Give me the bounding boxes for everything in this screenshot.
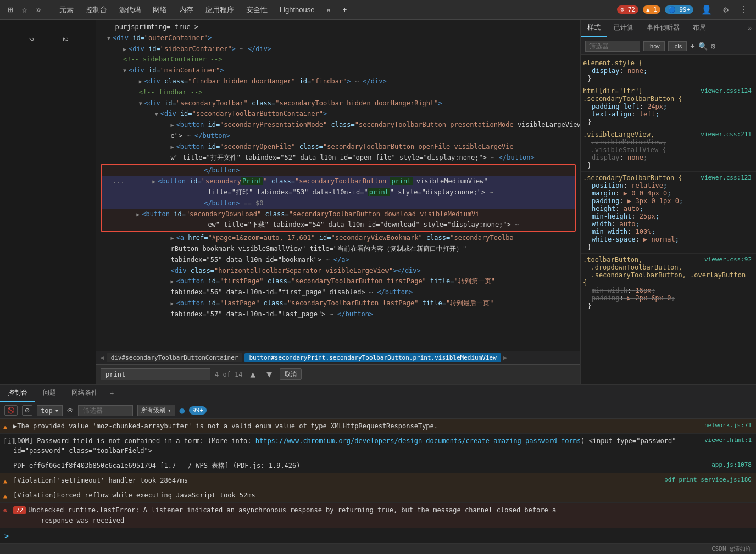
search-prev-icon[interactable]: ▲: [247, 367, 259, 382]
sidebar-label-4[interactable]: 3: [0, 35, 3, 43]
code-line-download: <button id="secondaryDownload" class="se…: [102, 209, 575, 231]
console-messages[interactable]: ▲ ▶The provided value 'moz-chunked-array…: [0, 419, 756, 528]
css-source-link[interactable]: viewer.css:123: [701, 174, 752, 182]
breadcrumb-button[interactable]: button#secondaryPrint.secondaryToolbarBu…: [244, 353, 501, 362]
html-content[interactable]: purjsprimting= true > <div id="outerCont…: [96, 20, 580, 351]
css-sub-selector: .visibleSmallView {: [583, 146, 666, 154]
nav-console[interactable]: 控制台: [80, 3, 113, 17]
nav-more[interactable]: »: [321, 3, 336, 16]
settings-icon[interactable]: ⚙: [720, 2, 732, 17]
nav-network[interactable]: 网络: [147, 3, 173, 17]
tab-issues[interactable]: 问题: [35, 385, 64, 402]
search-count: 4 of 14: [215, 371, 243, 378]
console-filter-input[interactable]: [78, 405, 133, 416]
context-selector[interactable]: top ▾: [37, 405, 63, 416]
cls-button[interactable]: .cls: [668, 41, 687, 51]
right-tabs: 样式 已计算 事件侦听器 布局 »: [581, 20, 756, 37]
more-options-icon[interactable]: ⋮: [736, 2, 752, 17]
nav-lighthouse[interactable]: Lighthouse: [274, 3, 320, 16]
css-prop: min-height: 25px;: [583, 212, 659, 220]
clear-console-button[interactable]: 🚫: [4, 405, 18, 416]
console-message-error: ⊗ 72Unchecked runtime.lastError: A liste…: [0, 503, 756, 528]
dot-icon: ●: [180, 405, 185, 416]
css-sub-selector: .secondaryToolbarButton {: [583, 95, 682, 103]
search-cancel-button[interactable]: 取消: [280, 368, 302, 380]
level-selector[interactable]: 所有级别 ▾: [137, 405, 175, 416]
code-line-button-selected: </button> == $0: [102, 198, 575, 209]
css-source-link[interactable]: viewer.css:92: [704, 256, 752, 264]
tab-layout[interactable]: 布局: [686, 20, 713, 37]
breadcrumb-container[interactable]: div#secondaryToolbarButtonContainer: [107, 353, 243, 362]
css-selector: .toolbarButton,: [583, 256, 642, 264]
css-prop: min-width: 16px;: [583, 287, 655, 294]
css-rule-toolbar-button: .toolbarButton, viewer.css:92 .dropdownT…: [581, 254, 756, 312]
css-source-link[interactable]: viewer.css:124: [701, 87, 752, 95]
filter-input[interactable]: [585, 41, 640, 52]
add-tab-button[interactable]: +: [105, 385, 118, 402]
eye-icon[interactable]: 👁: [67, 407, 74, 415]
closed-text: closed: [497, 506, 520, 514]
hov-button[interactable]: :hov: [643, 41, 665, 51]
nav-application[interactable]: 应用程序: [200, 3, 240, 17]
css-prop: height: auto;: [583, 205, 643, 212]
filter-console-button[interactable]: ⊘: [22, 405, 32, 416]
maximize-icon[interactable]: ⊞: [4, 2, 16, 17]
css-prop: padding-left: 24px;: [583, 103, 667, 110]
code-line: <a href="#page=1&zoom=auto,-17,601" id="…: [96, 233, 580, 265]
code-line: <div class="findbar hidden doorHanger" i…: [96, 76, 580, 87]
css-prop: white-space: ▶ normal;: [583, 236, 679, 243]
css-selector: html[dir="ltr"]: [583, 87, 642, 95]
breadcrumb-right-arrow[interactable]: ▶: [503, 354, 507, 361]
code-line: <div class="horizontalToolbarSeparator v…: [96, 266, 580, 277]
nav-memory[interactable]: 内存: [174, 3, 199, 17]
code-line-print: ... <button id="secondaryPrint" class="s…: [102, 176, 575, 198]
main-content: 议 级 2 2 3 3 purjsprimting= true > <div i…: [0, 20, 756, 384]
console-msg-text: [Violation]'setTimeout' handler took 286…: [13, 475, 660, 485]
tab-styles[interactable]: 样式: [581, 20, 607, 37]
console-source-link[interactable]: viewer.html:1: [704, 436, 752, 445]
search-next-icon[interactable]: ▼: [263, 367, 275, 382]
bookmark-icon[interactable]: ☆: [19, 2, 31, 17]
css-panel[interactable]: element.style { display: none; } html[di…: [581, 55, 756, 384]
inspect-icon[interactable]: 🔍: [698, 42, 708, 51]
add-style-icon[interactable]: +: [690, 42, 694, 51]
css-rule-element-style: element.style { display: none; }: [581, 57, 756, 85]
sidebar-label-3[interactable]: 2: [25, 35, 37, 43]
console-msg-text: PDF eff6f06e1f8f403b850c6ca1e6951794 [1.…: [13, 461, 707, 471]
console-source-link[interactable]: pdf_print_service.js:180: [664, 475, 752, 485]
red-highlight-box: </button> ... <button id="secondaryPrint…: [101, 164, 576, 232]
right-panel: 样式 已计算 事件侦听器 布局 » :hov .cls + 🔍 ⚙ elemen…: [580, 20, 756, 384]
dom-link[interactable]: https://www.chromium.org/developers/desi…: [255, 437, 581, 445]
code-line: </button>: [102, 165, 575, 176]
console-source-link[interactable]: network.js:71: [704, 421, 752, 430]
error-badge: ⊗ 72: [617, 5, 638, 14]
nav-add[interactable]: +: [337, 3, 353, 16]
css-source-link[interactable]: viewer.css:211: [701, 131, 752, 138]
info-badge: 🔵 99+: [665, 5, 694, 14]
search-input[interactable]: [101, 368, 210, 380]
console-count-badge: 99+: [189, 406, 207, 415]
css-prop: position: relative;: [583, 182, 667, 189]
tab-network-conditions[interactable]: 网络条件: [64, 385, 105, 402]
more-tools-icon[interactable]: »: [32, 2, 45, 17]
console-source-link[interactable]: app.js:1078: [711, 461, 752, 470]
tab-more[interactable]: »: [743, 20, 756, 37]
settings-style-icon[interactable]: ⚙: [711, 42, 715, 51]
nav-sources[interactable]: 源代码: [114, 3, 146, 17]
tab-console[interactable]: 控制台: [0, 385, 35, 402]
warn-icon-2: ▲: [3, 476, 7, 486]
sidebar-label-2[interactable]: 2: [59, 35, 72, 43]
css-sub-selector: .secondaryToolbarButton, .overlayButton …: [583, 271, 746, 287]
tab-event-listeners[interactable]: 事件侦听器: [640, 20, 686, 37]
css-sub-selector: .visibleMediumView,: [583, 138, 666, 146]
console-msg-text: ▶The provided value 'moz-chunked-arraybu…: [13, 421, 700, 431]
tab-computed[interactable]: 已计算: [607, 20, 640, 37]
console-message-violation-1: ▲ [Violation]'setTimeout' handler took 2…: [0, 473, 756, 488]
console-input-bar: >: [0, 528, 756, 543]
nav-elements[interactable]: 元素: [54, 3, 79, 17]
code-line: <!-- findbar -->: [96, 87, 580, 98]
console-input[interactable]: [12, 532, 752, 540]
breadcrumb-left-arrow[interactable]: ◀: [101, 354, 104, 361]
user-icon[interactable]: 👤: [698, 2, 715, 17]
nav-security[interactable]: 安全性: [241, 3, 273, 17]
